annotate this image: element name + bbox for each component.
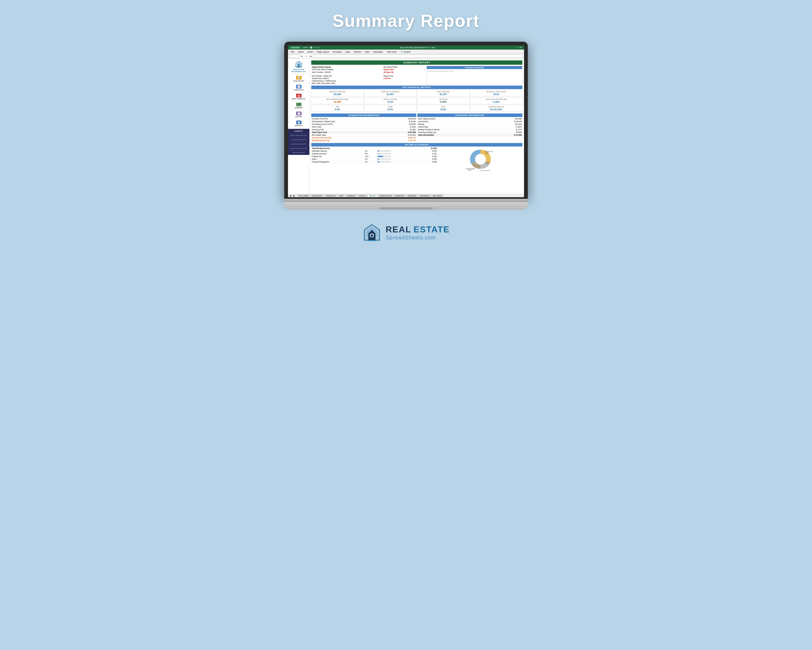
tab-data[interactable]: Data [344,50,352,54]
acq-row-8: Monthly Rent per Sq²:$ 1.4 / ft² [311,139,416,142]
metrics-row-1: MONTHLY INCOME $3,500 MONTHLY EXPENSES $… [311,90,522,97]
acquisition-financing-section: ACQUISITION INFORMATION Purchase Price (… [311,112,522,142]
sheet-tab-forecasts[interactable]: FORECASTS [324,194,337,197]
metric-irr: IRR 9.5% [311,105,364,112]
sub-sidebar: SUMMARY DEBT AMORTIZATION FINANCING REPO… [288,128,309,155]
total-income-row: Total Monthly Income $ 3,500 [311,147,437,150]
autosave-label[interactable]: AutoSave [290,46,301,49]
summary-report-header: SUMMARY REPORT [311,60,522,65]
sub-sidebar-scenarios[interactable]: SCENARIOS ANALYSIS [288,146,309,151]
cell-reference-input[interactable]: LS8 [289,54,300,58]
sidebar-item-debt[interactable]: 📅 DEBT SCHEDULE [288,92,309,101]
project-name-value: My Rental Project [383,66,426,68]
income-table: Total Monthly Income $ 3,500 Estimated V… [311,147,437,163]
sheet-tab-debt[interactable]: DEBT [337,194,345,197]
sheet-tab-dashboard[interactable]: DASHBOARD [310,194,324,197]
tab-developer[interactable]: Developer [372,50,385,54]
tab-insert[interactable]: Insert [306,50,314,54]
vacancy-bar [378,150,391,151]
tab-home[interactable]: Home [296,50,305,54]
dashboard-icon: 📊 [296,76,302,80]
metric-debt-service: DEBT SERVICE $1,527 [417,90,470,97]
chart-value-hoas: $ 250 [485,163,488,165]
expense-tax: Property Tax 11% $ 200 [311,155,437,158]
sub-sidebar-expenses-report[interactable]: EXPENSES REPORT [288,142,309,146]
sub-sidebar-summary[interactable]: SUMMARY [288,129,309,133]
report-date: 29-Apr-20 [383,71,426,74]
property-description-text[interactable]: Insert property description here _ [427,70,522,73]
laptop-screen: AutoSave ● ON ▾ 🔄 ↩ ↪ ▾ Buy and Hold Spr… [288,46,524,197]
metric-monthly-cashflow: MONTHLY CASH FLOW $116 [470,90,523,97]
sheet-tab-expenses[interactable]: EXPENSES [406,194,418,197]
forecasts-icon: 📈 [296,85,302,89]
sheet-nav-right[interactable]: ► [293,194,296,197]
laptop-container: AutoSave ● ON ▾ 🔄 ↩ ↪ ▾ Buy and Hold Spr… [284,42,528,210]
metric-coc-return: CASH ON CASH RETURN 1.18% [470,97,523,104]
tab-pagelayout[interactable]: Page Layout [315,50,330,54]
sidebar-item-dashboard[interactable]: 📊 DASH BOARD [288,75,309,83]
sidebar-item-graphs[interactable]: 📉 GRAPHS [288,110,309,119]
metric-monthly-income: MONTHLY INCOME $3,500 [311,90,364,97]
report-time-label: Report Time: [383,75,426,77]
fin-row-0: Down Payment (20%):$ 80,000 [417,118,522,120]
sheet-tab-maxprice[interactable]: MAX PRICE [432,194,444,197]
sheet-tab-amortization[interactable]: AMORTIZATION [378,194,393,197]
fin-row-3: Interest Rate:3.500% [417,126,522,128]
sheet-tab-report[interactable]: REPORT [368,194,378,197]
excel-titlebar: AutoSave ● ON ▾ 🔄 ↩ ↪ ▾ Buy and Hold Spr… [288,46,524,50]
sidebar-logo: REAL ESTATE SpreadSheets.com [288,59,309,75]
acq-row-1: Refurbishment / Repair Costs:$ 20,000 [311,120,416,123]
metric-levered-profits: LEVERED PROFITS $1,161,847 [470,105,523,112]
chart-value-tax: $ 200 [485,152,488,154]
donut-chart-section: Property Tax $ 200 HOAs $ 250 Estimated … [438,147,522,171]
sidebar: REAL ESTATE SpreadSheets.com 📊 DASH BOAR… [288,59,310,194]
graphs-icon: 📉 [296,112,302,115]
mgmt-bar [378,161,391,162]
tab-search[interactable]: 🔍 Search [399,50,412,54]
brand-logo-svg [362,223,382,242]
sidebar-label-debt: DEBT SCHEDULE [292,98,305,99]
acquisition-header: ACQUISITION INFORMATION [311,113,416,117]
formula-input[interactable] [313,54,523,58]
sidebar-item-reports[interactable]: 📋 REPORTS [288,119,309,128]
sub-sidebar-financing-report[interactable]: FINANCING REPORT [288,138,309,142]
property-description-box: Property Description Insert property des… [427,66,522,84]
expense-vacancy: Estimated Vacancy 1% $ 202 [311,150,437,153]
built-label: Built: 1999 / Renovated: 2005 [311,82,383,84]
income-table-section: Total Monthly Income $ 3,500 Estimated V… [311,147,437,171]
brand-website: SpreadSheets.com [386,234,450,241]
brand-name-real: REAL [386,225,411,234]
sheet-nav-left[interactable]: ◄ [289,194,292,197]
tab-view[interactable]: View [363,50,371,54]
sub-sidebar-debt-amortization[interactable]: DEBT AMORTIZATION [288,133,309,138]
sub-sidebar-max-price[interactable]: MAXIMUM PRICE [288,151,309,155]
titlebar-left: AutoSave ● ON ▾ 🔄 ↩ ↪ ▾ [290,46,319,49]
fin-total-row: Total Cash Needed:$ 117,850 [417,134,522,136]
sidebar-item-forecasts[interactable]: 📈 FORECASTS [288,83,309,92]
report-date-value: Report Date: [383,68,426,71]
brand-name-row: REAL ESTATE [386,225,450,234]
sheet-tab-scenarios[interactable]: SCENARIOS [418,194,431,197]
spreadsheet-content: SUMMARY REPORT Single Family Property My… [310,59,524,194]
property-info-section: Single Family Property My Rental Project… [311,66,522,84]
donut-chart-svg: Property Tax $ 200 HOAs $ 250 Estimated … [466,147,495,171]
tab-formulas[interactable]: Formulas [331,50,343,54]
acq-row-6: After Repair Value:$ 420,000 [311,134,416,136]
tab-file[interactable]: File [289,50,296,54]
tab-vbatools[interactable]: VBA Tools [385,50,398,54]
excel-wrapper: AutoSave ● ON ▾ 🔄 ↩ ↪ ▾ Buy and Hold Spr… [288,46,524,197]
tab-review[interactable]: Review [352,50,362,54]
property-type-label: Single Family Property [311,66,383,68]
metric-emx: EMX 10.8x [417,105,470,112]
fin-row-4: Monthly Principal & Interest:$ 1,527 [417,128,522,131]
sheet-tab-graphs[interactable]: GRAPHS [357,194,367,197]
sheet-tab-disclaimer[interactable]: DISCLAIMER [297,194,310,197]
sidebar-label-dashboard: DASH BOARD [293,80,304,82]
sheet-tab-financing[interactable]: FINANCING [394,194,406,197]
sheet-tab-summary[interactable]: SUMMARY [345,194,357,197]
metrics-row-2: NET OPERATING INCOME $1,888 PRICE TO REN… [311,97,522,104]
sidebar-item-summary[interactable]: 🖥️ SUMMARY [288,101,309,110]
titlebar-filename: Buy and Hold Spreadsheet v7.7.xlsb [400,46,435,49]
brand-text: REAL ESTATE SpreadSheets.com [386,225,450,241]
financing-table: Down Payment (20%):$ 80,000 Loan Amount:… [417,118,522,136]
